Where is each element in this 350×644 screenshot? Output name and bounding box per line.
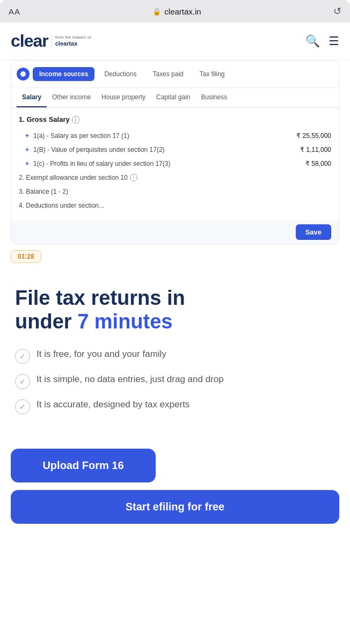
check-circle-3: ✓ <box>15 399 30 414</box>
feature-item-3: ✓ It is accurate, designed by tax expert… <box>15 399 335 414</box>
feature-item-1: ✓ It is free, for you and your family <box>15 348 335 364</box>
feature-list: ✓ It is free, for you and your family ✓ … <box>15 348 335 414</box>
timer-badge: 01:28 <box>11 250 41 263</box>
font-size-control[interactable]: AA <box>9 7 20 16</box>
tax-filing-tab[interactable]: Tax filing <box>193 67 231 81</box>
logo-sub: cleartax <box>55 40 91 47</box>
deductions-tab[interactable]: Deductions <box>98 67 143 81</box>
logo[interactable]: clear from the makers of cleartax <box>11 31 91 51</box>
deductions-section: 4. Deductions under section... <box>19 199 331 213</box>
url-bar[interactable]: 🔒 cleartax.in <box>152 7 201 16</box>
feature-text-3: It is accurate, designed by tax experts <box>37 399 189 411</box>
salary-row-1c: + 1(c) - Profits in lieu of salary under… <box>19 157 331 171</box>
taxes-paid-tab[interactable]: Taxes paid <box>146 67 189 81</box>
amount-1c: ₹ 58,000 <box>305 160 331 167</box>
tab-capital-gain[interactable]: Capital gain <box>151 88 195 107</box>
exempt-info-icon[interactable]: i <box>130 174 137 181</box>
menu-icon[interactable]: ☰ <box>329 34 339 48</box>
salary-row-1b: + 1(B) - Value of perquisites under sect… <box>19 143 331 157</box>
salary-row-1a: + 1(a) - Salary as per section 17 (1) ₹ … <box>19 129 331 143</box>
lock-icon: 🔒 <box>152 8 161 16</box>
tax-form-preview: Income sources Deductions Taxes paid Tax… <box>11 60 339 245</box>
url-text: cleartax.in <box>164 7 201 16</box>
checkmark-2: ✓ <box>19 377 26 386</box>
hero-title-highlight: 7 minutes <box>77 310 172 333</box>
step-dot-inner <box>20 71 26 77</box>
tab-salary[interactable]: Salary <box>17 88 47 107</box>
refresh-icon[interactable]: ↻ <box>333 5 341 17</box>
header-icons: 🔍 ☰ <box>305 34 339 48</box>
hero-section: File tax returns in under 7 minutes ✓ It… <box>0 260 350 449</box>
upload-form-16-button[interactable]: Upload Form 16 <box>11 449 156 482</box>
start-efiling-button[interactable]: Start efiling for free <box>11 490 339 524</box>
exempt-allowance: 2. Exempt allowance under section 10 i <box>19 171 331 185</box>
gross-salary-title: 1. Gross Salary i <box>19 115 331 123</box>
steps-bar: Income sources Deductions Taxes paid Tax… <box>11 61 339 88</box>
timer-value: 01:28 <box>18 253 34 260</box>
amount-1a: ₹ 25,55,000 <box>296 132 331 140</box>
feature-text-2: It is simple, no data entries, just drag… <box>37 374 224 386</box>
step-dot <box>17 68 30 80</box>
save-row: Save <box>11 220 339 244</box>
search-icon[interactable]: 🔍 <box>305 34 320 48</box>
check-circle-2: ✓ <box>15 374 30 389</box>
save-button[interactable]: Save <box>296 224 331 240</box>
salary-form: 1. Gross Salary i + 1(a) - Salary as per… <box>11 108 339 220</box>
feature-text-1: It is free, for you and your family <box>37 348 166 361</box>
tab-other-income[interactable]: Other income <box>47 88 96 107</box>
app-header: clear from the makers of cleartax 🔍 ☰ <box>0 23 350 60</box>
checkmark-3: ✓ <box>19 402 26 411</box>
hero-title: File tax returns in under 7 minutes <box>15 287 335 333</box>
checkmark-1: ✓ <box>19 352 26 361</box>
hero-title-line2: under <box>15 310 77 333</box>
gross-salary-info-icon[interactable]: i <box>72 116 79 123</box>
browser-bar: AA 🔒 cleartax.in ↻ <box>0 0 350 23</box>
hero-title-line1: File tax returns in <box>15 287 185 309</box>
tab-business[interactable]: Business <box>195 88 232 107</box>
logo-subtitle: from the makers of cleartax <box>52 35 91 47</box>
feature-item-2: ✓ It is simple, no data entries, just dr… <box>15 374 335 389</box>
tab-house-property[interactable]: House property <box>96 88 151 107</box>
amount-1b: ₹ 1,11,000 <box>300 146 331 153</box>
logo-from: from the makers of <box>55 35 91 40</box>
logo-text: clear <box>11 31 48 51</box>
check-circle-1: ✓ <box>15 349 30 364</box>
form-tabs: Salary Other income House property Capit… <box>11 88 339 108</box>
balance-section: 3. Balance (1 - 2) <box>19 185 331 199</box>
cta-buttons: Upload Form 16 Start efiling for free <box>0 449 350 545</box>
income-sources-tab[interactable]: Income sources <box>33 67 94 81</box>
